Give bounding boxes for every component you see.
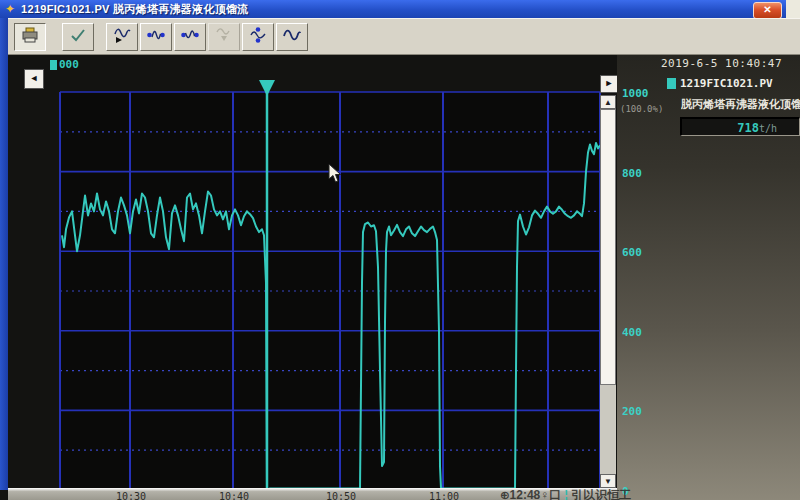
trend-plot[interactable] <box>60 92 600 490</box>
window-left-border <box>0 18 8 490</box>
pan-down-button <box>208 23 240 51</box>
y-axis-tick-label: 600 <box>622 246 642 259</box>
vertical-scrollbar[interactable]: ▲ ▼ <box>600 95 616 488</box>
wave-icon <box>283 27 301 47</box>
printer-icon <box>21 27 39 47</box>
print-button[interactable] <box>14 23 46 51</box>
x-axis-tick-label: 10:30 <box>116 491 146 500</box>
y-axis-tick-label: 1000 <box>622 87 649 100</box>
pan-down-icon <box>215 27 233 47</box>
watermark-time: ⊕12:48♀口 <box>500 488 561 500</box>
scroll-up-button[interactable]: ▲ <box>600 95 616 109</box>
zoom-x-out-icon <box>181 27 199 47</box>
trend-line <box>62 143 600 490</box>
current-value-box: 718t/h <box>680 117 800 136</box>
pen-description: 脱丙烯塔再沸器液化顶馏流 <box>681 97 800 112</box>
watermark-partial: 引以识恒工 <box>571 488 631 500</box>
confirm-button[interactable] <box>62 23 94 51</box>
value-unit: t/h <box>759 123 777 134</box>
x-axis-tick-label: 10:40 <box>219 491 249 500</box>
pen-tag: 1219FIC1021.PV <box>680 77 773 90</box>
badge-text: 000 <box>59 58 79 71</box>
mouse-pointer-icon <box>328 163 342 184</box>
cursor-timestamp: 2019-6-5 10:40:47 <box>661 57 782 70</box>
x-axis-tick-label: 10:50 <box>326 491 356 500</box>
y-axis-tick-label: 400 <box>622 326 642 339</box>
y-axis-tick-label: 800 <box>622 167 642 180</box>
close-button[interactable]: ✕ <box>753 2 782 19</box>
zoom-x-out-button[interactable] <box>174 23 206 51</box>
zoom-y-icon <box>249 27 267 47</box>
check-icon <box>69 27 87 47</box>
pen-color-swatch-icon <box>667 78 676 89</box>
time-cursor-handle[interactable] <box>259 80 275 96</box>
trend-plot-svg <box>60 92 600 490</box>
watermark-fragment: ⊕12:48♀口 ¦ 引以识恒工 <box>500 487 631 500</box>
zoom-y-button[interactable] <box>242 23 274 51</box>
y-axis-tick-label: 200 <box>622 405 642 418</box>
corner-badge: 000 <box>50 58 79 71</box>
trend-play-icon <box>113 27 131 47</box>
trend-window: ✦ 1219FIC1021.PV 脱丙烯塔再沸器液化顶馏流 ✕ 000 ◄ ► … <box>0 0 800 500</box>
y-axis-percent-label: (100.0%) <box>620 104 663 114</box>
toolbar <box>0 18 800 55</box>
legend-panel: 2019-6-5 10:40:47 1219FIC1021.PV 脱丙烯塔再沸器… <box>617 55 800 500</box>
zoom-x-in-icon <box>147 27 165 47</box>
zoom-x-in-button[interactable] <box>140 23 172 51</box>
pan-left-button[interactable]: ◄ <box>24 69 44 89</box>
scrollbar-thumb[interactable] <box>600 109 616 385</box>
pan-right-button[interactable]: ► <box>600 75 618 93</box>
current-value: 718 <box>737 121 759 135</box>
scroll-down-button[interactable]: ▼ <box>600 474 616 488</box>
trend-play-button[interactable] <box>106 23 138 51</box>
app-icon: ✦ <box>5 3 15 15</box>
chart-region: 000 ◄ ► ▲ ▼ 10:3010:4010:5011:00 <box>8 55 617 500</box>
window-title: 1219FIC1021.PV 脱丙烯塔再沸器液化顶馏流 <box>21 2 249 17</box>
pen-row[interactable]: 1219FIC1021.PV <box>667 77 773 90</box>
x-axis-tick-label: 11:00 <box>429 491 459 500</box>
badge-marker-icon <box>50 60 57 70</box>
wave-button[interactable] <box>276 23 308 51</box>
title-bar: ✦ 1219FIC1021.PV 脱丙烯塔再沸器液化顶馏流 <box>0 0 800 18</box>
